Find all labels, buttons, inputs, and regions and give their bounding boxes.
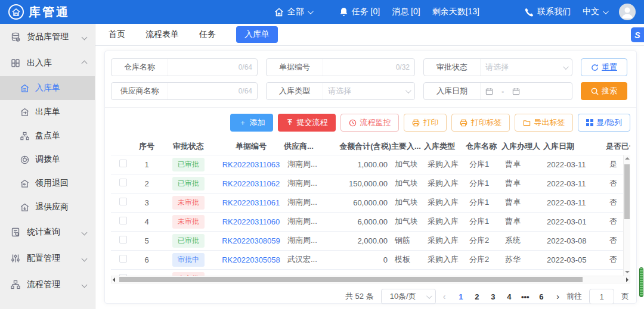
scroll-left-arrow-icon[interactable] [113, 277, 115, 282]
select-placeholder: 请选择 [485, 62, 509, 73]
char-counter: 0/64 [239, 63, 252, 71]
table-body: 1已审批RK20220311063湖南周...1,000.00加气块采购入库分库… [111, 155, 630, 276]
inbound-date-range[interactable]: - [480, 83, 572, 99]
toggle-columns-button[interactable]: 显/隐列 [578, 114, 630, 132]
page-ellipsis[interactable]: ••• [517, 292, 533, 301]
table-cell: 武汉宏... [284, 250, 329, 269]
export-tag-button[interactable]: 导出标签 [515, 114, 573, 132]
doc-number-field[interactable]: 单据编号 0/32 [266, 58, 415, 76]
scroll-right-arrow-icon[interactable] [626, 277, 628, 282]
sidebar-item-return-supplier[interactable]: 退供应商 [0, 195, 95, 219]
inbound-date-field[interactable]: 入库日期 - [423, 82, 572, 100]
total-count: 共 52 条 [345, 291, 374, 302]
goto-page-input[interactable] [589, 289, 614, 304]
scope-selector[interactable]: 全部 [274, 7, 312, 17]
boxes-icon [11, 58, 21, 68]
doc-number-link[interactable]: RK20220308059 [222, 236, 280, 245]
messages-label: 消息 [0] [392, 7, 420, 17]
warehouse-name-field[interactable]: 仓库名称 0/64 [111, 58, 258, 76]
sidebar-item-in-out-warehouse[interactable]: 出入库 [0, 50, 95, 76]
chevron-down-icon [308, 8, 314, 14]
char-counter: 0/64 [239, 87, 252, 95]
vertical-scroll-thumb[interactable] [624, 164, 630, 219]
tab-home[interactable]: 首页 [109, 29, 125, 40]
row-checkbox[interactable] [119, 160, 127, 167]
scroll-up-arrow-icon[interactable] [625, 157, 630, 160]
select-placeholder: 请选择 [328, 86, 351, 96]
row-checkbox[interactable] [119, 255, 127, 263]
column-header: 入库日期 [543, 139, 606, 155]
supplier-name-input[interactable]: 0/64 [168, 83, 257, 99]
row-checkbox[interactable] [119, 217, 127, 224]
chevron-up-icon [82, 60, 88, 66]
sidebar-item-inbound-order[interactable]: 入库单 [0, 76, 95, 100]
print-tag-button[interactable]: 打印标签 [451, 114, 510, 132]
page-size-select[interactable]: 10条/页 [381, 289, 436, 304]
search-button[interactable]: 搜索 [581, 82, 627, 100]
add-button[interactable]: ＋ 添加 [230, 114, 273, 132]
warehouse-name-input[interactable]: 0/64 [168, 59, 257, 76]
row-checkbox[interactable] [119, 198, 127, 205]
main-area: 首页 流程表单 任务 入库单 S 仓库名称 0/64 单据编号 0/32 审批状… [95, 24, 644, 309]
reset-button[interactable]: 重置 [581, 58, 627, 76]
inbound-type-select[interactable]: 请选择 [323, 83, 414, 99]
row-checkbox[interactable] [119, 179, 127, 186]
approval-status-select[interactable]: 请选择 [480, 59, 572, 76]
vertical-scrollbar[interactable] [623, 155, 630, 276]
sidebar-item-transfer-order[interactable]: 调拨单 [0, 148, 95, 171]
sidebar-item-requisition-return[interactable]: 领用退回 [0, 171, 95, 195]
user-avatar[interactable] [619, 4, 636, 20]
tab-inbound-order[interactable]: 入库单 [236, 26, 278, 43]
language-selector[interactable]: 中文 [583, 7, 607, 17]
status-badge: 审批中 [172, 253, 205, 267]
table-cell: 分库1 [466, 193, 501, 212]
next-page-button[interactable]: › [556, 292, 559, 301]
app-logo: 库管通 [0, 4, 70, 20]
approval-status-field[interactable]: 审批状态 请选择 [423, 58, 572, 76]
horizontal-scroll-thumb[interactable] [119, 277, 583, 282]
tab-flow-form[interactable]: 流程表单 [145, 29, 179, 40]
status-badge: 未审批 [172, 196, 205, 210]
doc-number-link[interactable]: RK20220311062 [222, 179, 280, 188]
horizontal-scrollbar[interactable] [111, 276, 630, 283]
doc-number-link[interactable]: RK20220311063 [222, 160, 280, 169]
contact-us-link[interactable]: 联系我们 [525, 7, 571, 17]
table-cell [501, 269, 543, 276]
messages-link[interactable]: 消息 [0] [392, 7, 420, 17]
row-checkbox[interactable] [119, 236, 127, 244]
sidebar-item-statistics-query[interactable]: 统计查询 [0, 219, 95, 245]
page-number[interactable]: 1 [453, 292, 469, 301]
page-scrollbar[interactable] [639, 24, 644, 309]
field-label: 入库日期 [424, 86, 480, 96]
sidebar-item-config-management[interactable]: 配置管理 [0, 245, 95, 271]
page-number[interactable]: 2 [469, 292, 485, 301]
table-cell: 2022-03-11 [543, 155, 606, 174]
doc-number-input[interactable]: 0/32 [323, 59, 414, 76]
page-number[interactable]: 4 [501, 292, 517, 301]
submit-flow-button[interactable]: 提交流程 [278, 114, 336, 132]
sidebar-item-stocktake-order[interactable]: 盘点单 [0, 124, 95, 148]
search-label: 搜索 [602, 86, 617, 96]
sidebar-item-outbound-order[interactable]: 出库单 [0, 100, 95, 124]
tab-task[interactable]: 任务 [199, 29, 216, 40]
doc-number-link[interactable]: RK20220305058 [222, 255, 280, 264]
goto-unit: 页 [621, 291, 629, 302]
doc-number-link[interactable]: RK20220311061 [222, 198, 280, 207]
days-left-label: 剩余天数[13] [432, 7, 479, 17]
page-number[interactable]: 3 [485, 292, 501, 301]
inbound-type-field[interactable]: 入库类型 请选择 [266, 82, 415, 100]
status-badge: 已审批 [172, 158, 205, 171]
doc-number-link[interactable]: RK20220311060 [222, 217, 280, 226]
sidebar-item-goods-warehouse[interactable]: 货品库管理 [0, 24, 95, 50]
print-button[interactable]: 打印 [404, 114, 447, 132]
supplier-name-field[interactable]: 供应商名称 0/64 [111, 82, 258, 100]
flow-monitor-button[interactable]: 流程监控 [340, 114, 399, 132]
sidebar-item-flow-management[interactable]: 流程管理 [0, 271, 95, 298]
page-number[interactable]: 6 [533, 292, 549, 301]
reset-label: 重置 [602, 62, 617, 73]
page-scroll-thumb[interactable] [639, 267, 643, 297]
tasks-link[interactable]: 任务 [0] [339, 7, 380, 17]
scroll-down-arrow-icon[interactable] [625, 271, 630, 273]
prev-page-button[interactable]: ‹ [443, 292, 446, 301]
column-header: 单据编号 [218, 139, 284, 155]
